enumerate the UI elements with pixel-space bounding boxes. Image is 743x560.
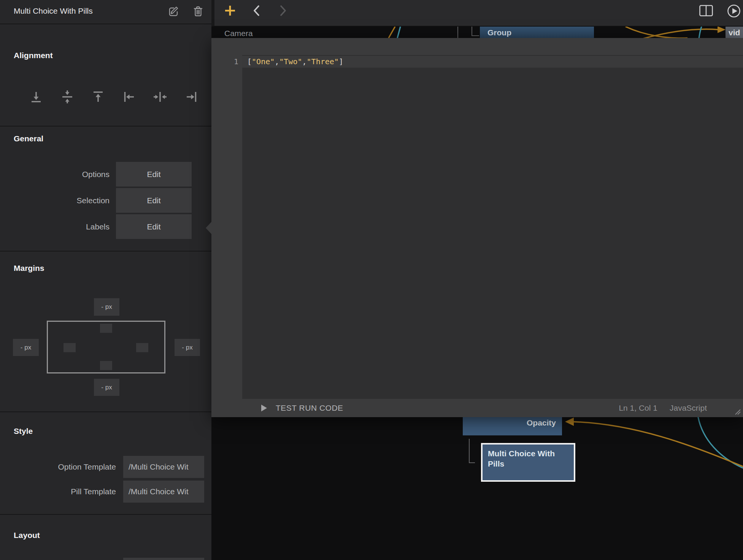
layout-section: Layout: [0, 515, 211, 560]
arrowhead-opacity: [565, 418, 574, 426]
layout-heading: Layout: [14, 531, 40, 540]
align-top-icon[interactable]: [92, 90, 105, 103]
run-icon[interactable]: [727, 4, 741, 18]
labels-row: Labels Edit: [0, 214, 192, 239]
wire-teal-stub: [397, 27, 400, 38]
token-comma-2: ,: [302, 57, 307, 66]
pill-template-label: Pill Template: [0, 487, 116, 496]
margin-top-field[interactable]: - px: [94, 298, 119, 316]
align-left-icon[interactable]: [123, 90, 136, 103]
code-editor-surface[interactable]: [242, 55, 743, 399]
margin-bottom-field[interactable]: - px: [94, 379, 119, 396]
option-template-row: Option Template /Multi Choice Wit: [0, 456, 204, 478]
alignment-toolbar: [30, 90, 198, 103]
token-comma: ,: [275, 57, 279, 66]
code-line-1[interactable]: ["One","Two","Three"]: [247, 56, 343, 68]
margin-handle-top[interactable]: [100, 324, 112, 333]
code-editor-popover: 1 ["One","Two","Three"] TEST RUN CODE Ln…: [211, 38, 743, 417]
margin-handle-right[interactable]: [136, 343, 148, 352]
margin-right-field[interactable]: - px: [175, 339, 200, 356]
app-window: Multi Choice With Pills Alignment: [0, 0, 743, 560]
token-string-two: "Two": [279, 57, 302, 66]
multi-choice-with-pills-node[interactable]: Multi Choice With Pills: [481, 443, 575, 482]
labels-edit-button[interactable]: Edit: [116, 214, 192, 239]
current-line-highlight[interactable]: ["One","Two","Three"]: [242, 56, 743, 68]
patch-toolbar: [211, 0, 743, 27]
language-indicator: JavaScript: [670, 403, 707, 413]
token-string-three: "Three": [307, 57, 339, 66]
general-section: General Options Edit Selection Edit Labe…: [0, 127, 211, 252]
style-heading: Style: [14, 427, 33, 436]
status-right: Ln 1, Col 1 JavaScript: [619, 403, 707, 413]
alignment-heading: Alignment: [14, 51, 53, 60]
align-bottom-icon[interactable]: [30, 90, 43, 103]
options-label: Options: [0, 170, 110, 179]
selection-row: Selection Edit: [0, 188, 192, 213]
pill-template-row: Pill Template /Multi Choice Wit: [0, 481, 204, 503]
option-template-label: Option Template: [0, 462, 116, 471]
test-run-play-icon[interactable]: [261, 404, 267, 412]
general-heading: General: [14, 134, 43, 143]
margin-left-field[interactable]: - px: [13, 339, 39, 356]
wire-orange-stub: [389, 27, 395, 38]
wire-orange-to-opacity: [573, 422, 743, 467]
selection-label: Selection: [0, 196, 110, 205]
pill-template-field[interactable]: /Multi Choice Wit: [123, 481, 204, 503]
margins-section: Margins - px - px - px - px: [0, 252, 211, 412]
margins-heading: Margins: [14, 264, 44, 273]
labels-label: Labels: [0, 222, 110, 231]
options-row: Options Edit: [0, 162, 192, 187]
wire-orange-to-vid: [643, 29, 719, 39]
cursor-position: Ln 1, Col 1: [619, 403, 657, 413]
token-bracket-open: [: [247, 57, 252, 66]
trash-icon[interactable]: [192, 5, 205, 18]
chevron-right-icon[interactable]: [280, 5, 287, 16]
options-edit-button[interactable]: Edit: [116, 162, 192, 187]
line-number: 1: [229, 56, 238, 68]
wire-orange-cross: [626, 27, 687, 38]
token-string-one: "One": [252, 57, 275, 66]
alignment-section: Alignment: [0, 24, 211, 127]
arrowhead-vid: [718, 27, 726, 33]
editor-region: Camera Group vid Opacity Multi Choice Wi…: [211, 0, 743, 560]
layout-field-partial[interactable]: [123, 558, 204, 560]
chevron-left-icon[interactable]: [253, 5, 260, 16]
resize-grip[interactable]: [734, 408, 741, 415]
option-template-field[interactable]: /Multi Choice Wit: [123, 456, 204, 478]
test-run-code-button[interactable]: TEST RUN CODE: [276, 403, 343, 413]
align-right-icon[interactable]: [185, 90, 198, 103]
align-horizontal-center-icon[interactable]: [154, 90, 167, 103]
margin-handle-bottom[interactable]: [100, 361, 112, 370]
edit-icon[interactable]: [167, 5, 180, 18]
selection-edit-button[interactable]: Edit: [116, 188, 192, 213]
sidebar-header: Multi Choice With Pills: [0, 0, 211, 24]
split-view-icon[interactable]: [699, 5, 713, 16]
token-bracket-close: ]: [339, 57, 343, 66]
editor-status-bar: TEST RUN CODE Ln 1, Col 1 JavaScript: [211, 399, 743, 417]
plus-icon[interactable]: [224, 5, 236, 16]
margin-handle-left[interactable]: [64, 343, 76, 352]
patch-title: Multi Choice With Pills: [14, 6, 93, 16]
align-vertical-center-icon[interactable]: [61, 90, 74, 103]
inspector-sidebar: Multi Choice With Pills Alignment: [0, 0, 211, 560]
style-section: Style Option Template /Multi Choice Wit …: [0, 412, 211, 515]
